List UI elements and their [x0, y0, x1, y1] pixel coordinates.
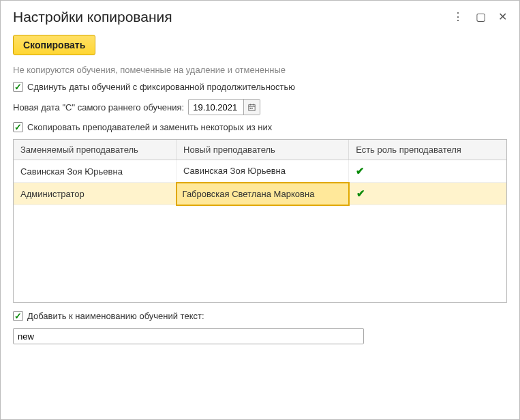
close-icon[interactable]: ✕ [498, 12, 507, 22]
window-title: Настройки копирования [13, 9, 172, 25]
shift-dates-label: Сдвинуть даты обучений с фиксированной п… [27, 82, 295, 92]
svg-rect-4 [250, 107, 251, 108]
calendar-icon[interactable] [243, 100, 260, 115]
copy-teachers-checkbox[interactable] [13, 122, 23, 132]
teachers-table-wrap: Заменяемый преподаватель Новый преподава… [13, 139, 507, 303]
new-date-label: Новая дата "С" самого раннего обучения: [13, 102, 184, 112]
table-row[interactable]: Савинская Зоя ЮрьевнаСавинская Зоя Юрьев… [14, 160, 506, 183]
date-input-wrap [188, 99, 260, 115]
cell-replaced[interactable]: Администратор [14, 183, 177, 205]
check-icon: ✔ [356, 165, 365, 177]
cell-has-role[interactable]: ✔ [349, 183, 506, 205]
menu-icon[interactable]: ⋮ [453, 12, 463, 22]
table-header-row: Заменяемый преподаватель Новый преподава… [14, 140, 506, 160]
shift-dates-row: Сдвинуть даты обучений с фиксированной п… [13, 82, 507, 92]
table-row[interactable]: АдминистраторГабровская Светлана Марковн… [14, 183, 506, 205]
cell-replaced[interactable]: Савинская Зоя Юрьевна [14, 160, 177, 183]
svg-rect-0 [249, 104, 255, 110]
new-date-row: Новая дата "С" самого раннего обучения: [13, 99, 507, 115]
titlebar-controls: ⋮ ▢ ✕ [453, 12, 507, 22]
append-name-input[interactable] [13, 328, 364, 344]
new-date-input[interactable] [189, 100, 243, 115]
append-name-row: Добавить к наименованию обучений текст: [13, 311, 507, 321]
titlebar: Настройки копирования ⋮ ▢ ✕ [13, 9, 507, 25]
append-name-label: Добавить к наименованию обучений текст: [27, 311, 204, 321]
cell-has-role[interactable]: ✔ [349, 160, 506, 183]
settings-window: Настройки копирования ⋮ ▢ ✕ Скопировать … [0, 0, 520, 420]
cell-new[interactable]: Савинская Зоя Юрьевна [177, 160, 349, 183]
svg-rect-5 [251, 107, 253, 108]
teachers-table: Заменяемый преподаватель Новый преподава… [14, 140, 506, 206]
header-has-role[interactable]: Есть роль преподавателя [349, 140, 506, 160]
info-text: Не копируются обучения, помеченные на уд… [13, 65, 507, 75]
check-icon: ✔ [356, 188, 365, 199]
cell-new[interactable]: Габровская Светлана Марковна [177, 183, 349, 205]
shift-dates-checkbox[interactable] [13, 82, 23, 92]
header-new[interactable]: Новый преподаватель [177, 140, 349, 160]
copy-teachers-row: Скопировать преподавателей и заменить не… [13, 122, 507, 132]
append-name-checkbox[interactable] [13, 311, 23, 321]
header-replaced[interactable]: Заменяемый преподаватель [14, 140, 177, 160]
copy-teachers-label: Скопировать преподавателей и заменить не… [27, 122, 272, 132]
copy-button[interactable]: Скопировать [13, 35, 95, 55]
maximize-icon[interactable]: ▢ [476, 12, 486, 22]
